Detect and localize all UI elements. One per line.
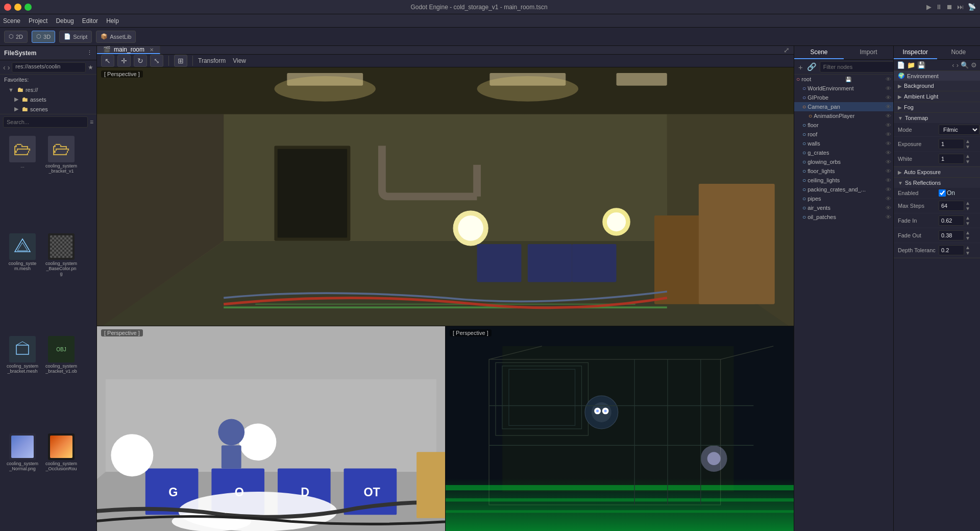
tab-main-room[interactable]: 🎬 main_room ✕ [97,46,160,54]
snap-button[interactable]: ⊞ [174,55,187,67]
win-btn-remote[interactable]: 📡 [968,3,976,11]
viewport-top[interactable]: [ Perspective ] [97,67,794,326]
assetlib-button[interactable]: 📦 AssetLib [96,31,136,43]
scene-search-input[interactable] [820,61,897,73]
spin-up[interactable]: ▲ [965,153,970,159]
autoexposure-section-header[interactable]: ▶ Auto Exposure [894,167,980,177]
node-roof[interactable]: ○ roof 👁 [794,130,893,139]
node-floor-lights[interactable]: ○ floor_lights 👁 [794,166,893,176]
fs-item-mesh2[interactable]: cooling_system_bracket.mesh [4,334,41,429]
spin-up[interactable]: ▲ [965,245,970,250]
node-visibility-btn[interactable]: 👁 [886,76,891,82]
depthtol-input[interactable] [939,245,964,255]
fadein-input[interactable] [939,215,964,226]
tab-close-button[interactable]: ✕ [150,47,154,53]
win-btn-pause[interactable]: ⏸ [936,3,942,11]
win-btn-play[interactable]: ▶ [926,3,932,11]
mode-3d-button[interactable]: ⬡ 3D [32,31,55,43]
insp-folder-icon[interactable]: 📁 [907,61,915,69]
node-visibility-btn[interactable]: 👁 [886,177,891,183]
view-label[interactable]: View [233,57,246,64]
white-spin-btns[interactable]: ▲ ▼ [965,153,970,164]
maxsteps-spin-btns[interactable]: ▲ ▼ [965,200,970,211]
viewport-bottom-right[interactable]: [ Perspective ] [446,326,794,531]
menu-help[interactable]: Help [106,17,119,25]
insp-next-button[interactable]: › [957,61,959,69]
exposure-spin-btns[interactable]: ▲ ▼ [965,138,970,150]
node-visibility-btn[interactable]: 👁 [886,104,891,110]
nav-star-button[interactable]: ★ [88,64,93,71]
window-action-buttons[interactable]: ▶ ⏸ ⏹ ⏭ 📡 [926,3,976,11]
select-tool-button[interactable]: ↖ [101,55,114,67]
node-visibility-btn[interactable]: 👁 [886,122,891,128]
insp-prev-button[interactable]: ‹ [952,61,954,69]
tree-item-assets[interactable]: ▶ 🖿 assets [0,94,96,104]
fs-menu-icon[interactable]: ⋮ [87,50,92,56]
scene-tab-scene[interactable]: Scene [794,46,844,59]
fs-list-toggle[interactable]: ≡ [90,118,93,126]
node-visibility-btn[interactable]: 👁 [886,150,891,156]
fs-item-dotdot[interactable]: 🗁 ... [4,134,41,229]
fadeout-input[interactable] [939,230,964,240]
maxsteps-input[interactable] [939,201,964,211]
spin-up[interactable]: ▲ [965,200,970,206]
node-visibility-btn[interactable]: 👁 [886,85,891,91]
fog-section-header[interactable]: ▶ Fog [894,102,980,112]
spin-down[interactable]: ▼ [965,144,970,150]
node-visibility-btn[interactable]: 👁 [886,186,891,192]
root-save-icon[interactable]: 💾 [845,77,851,82]
maximize-button[interactable] [24,4,32,11]
exposure-input[interactable] [939,139,964,149]
node-visibility-btn[interactable]: 👁 [886,205,891,211]
node-glowing-orbs[interactable]: ○ glowing_orbs 👁 [794,157,893,166]
fs-item-texture1[interactable]: cooling_system_BaseColor.png [43,231,80,332]
script-button[interactable]: 📄 Script [59,31,92,43]
enabled-checkbox[interactable] [939,189,946,197]
insp-save-icon[interactable]: 💾 [917,61,925,69]
nav-back-button[interactable]: ‹ [3,63,6,71]
node-visibility-btn[interactable]: 👁 [886,140,891,147]
background-section-header[interactable]: ▶ Background [894,81,980,91]
win-btn-step[interactable]: ⏭ [957,3,964,11]
close-button[interactable] [4,4,11,11]
node-giprobe[interactable]: ○ GIProbe 👁 [794,93,893,102]
node-gcrates[interactable]: ○ g_crates 👁 [794,148,893,157]
node-visibility-btn[interactable]: 👁 [886,94,891,101]
tonemap-section-header[interactable]: ▼ Tonemap [894,113,980,123]
mode-2d-button[interactable]: ⬡ 2D [4,31,28,43]
move-tool-button[interactable]: ✛ [117,55,131,67]
fullscreen-button[interactable]: ⤢ [783,46,790,54]
node-floor[interactable]: ○ floor 👁 [794,120,893,130]
fs-item-occlusion[interactable]: cooling_system_OcclusionRou [43,431,80,527]
node-visibility-btn[interactable]: 👁 [886,168,891,174]
node-visibility-btn[interactable]: 👁 [886,159,891,165]
fadeout-spin-btns[interactable]: ▲ ▼ [965,230,970,241]
node-visibility-btn[interactable]: 👁 [886,113,891,119]
win-btn-stop[interactable]: ⏹ [946,3,953,11]
spin-up[interactable]: ▲ [965,230,970,235]
depthtol-spin-btns[interactable]: ▲ ▼ [965,245,970,256]
minimize-button[interactable] [14,4,21,11]
menu-debug[interactable]: Debug [56,17,74,25]
fs-item-bracket-v1[interactable]: 🗁 cooling_system_bracket_v1 [43,134,80,229]
tonemap-mode-select[interactable]: Filmic [939,125,979,135]
filesystem-search-input[interactable] [3,116,88,128]
nav-forward-button[interactable]: › [8,63,10,71]
fs-item-obj[interactable]: OBJ cooling_system_bracket_v1.ob [43,334,80,429]
rotate-tool-button[interactable]: ↻ [134,55,147,67]
spin-down[interactable]: ▼ [965,221,970,226]
menu-scene[interactable]: Scene [3,17,20,25]
tree-item-res[interactable]: ▼ 🖿 res:// [0,85,96,94]
spin-up[interactable]: ▲ [965,215,970,221]
node-worldenv[interactable]: ○ WorldEnvironment 👁 [794,84,893,93]
fs-item-normal[interactable]: cooling_system_Normal.png [4,431,41,527]
spin-down[interactable]: ▼ [965,159,970,164]
node-visibility-btn[interactable]: 👁 [886,131,891,137]
white-input[interactable] [939,154,964,164]
spin-down[interactable]: ▼ [965,235,970,241]
node-oil-patches[interactable]: ○ oil_patches 👁 [794,212,893,222]
scene-tab-import[interactable]: Import [844,46,893,59]
spin-down[interactable]: ▼ [965,206,970,211]
window-controls[interactable] [4,4,32,11]
spin-down[interactable]: ▼ [965,250,970,256]
